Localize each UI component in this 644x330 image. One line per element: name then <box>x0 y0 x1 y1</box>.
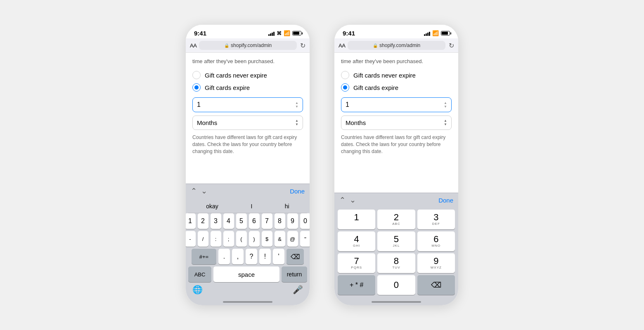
stepper-up-1[interactable]: ▲ <box>295 101 298 105</box>
radio-expire-label-2: Gift cards expire <box>353 84 398 91</box>
key-dash-1[interactable]: - <box>186 231 196 247</box>
number-input-1[interactable]: 1 ▲ ▼ <box>192 97 303 112</box>
stepper-up-2[interactable]: ▲ <box>444 101 447 105</box>
stepper-arrows-2[interactable]: ▲ ▼ <box>444 101 447 108</box>
suggestion-hi[interactable]: hi <box>282 202 293 210</box>
browser-aa-1: AA <box>190 42 197 49</box>
globe-icon-1[interactable]: 🌐 <box>192 285 203 295</box>
num-key-9[interactable]: 9 WXYZ <box>417 253 455 273</box>
key-7-1[interactable]: 7 <box>262 213 272 229</box>
key-9-1[interactable]: 9 <box>287 213 298 229</box>
numeric-row-2: 4 GHI 5 JKL 6 MNO <box>338 231 455 251</box>
radio-expire-circle-2[interactable] <box>341 83 349 92</box>
key-space-1[interactable]: space <box>213 266 279 282</box>
key-amp-1[interactable]: & <box>275 231 285 247</box>
radio-expire-circle-1[interactable] <box>192 83 201 92</box>
num-key-backspace[interactable]: ⌫ <box>417 275 455 295</box>
month-select-2[interactable]: Months ▲ ▼ <box>341 116 452 130</box>
toolbar-done-1[interactable]: Done <box>290 188 305 195</box>
radio-group-2: Gift cards never expire Gift cards expir… <box>341 71 452 92</box>
key-apostrophe-1[interactable]: ' <box>273 249 284 264</box>
key-dollar-1[interactable]: $ <box>262 231 272 247</box>
numeric-row-1: 1 2 ABC 3 DEF <box>338 210 455 229</box>
key-exclaim-1[interactable]: ! <box>259 249 271 264</box>
key-5-1[interactable]: 5 <box>236 213 247 229</box>
key-lparen-1[interactable]: ( <box>236 231 247 247</box>
key-6-1[interactable]: 6 <box>249 213 260 229</box>
browser-url-1: shopify.com/admin <box>231 42 272 48</box>
number-input-value-1: 1 <box>197 101 201 108</box>
stepper-down-1[interactable]: ▼ <box>295 105 298 108</box>
num-key-0[interactable]: 0 <box>377 275 415 295</box>
toolbar-done-2[interactable]: Done <box>438 197 453 204</box>
select-arrows-2: ▲ ▼ <box>444 119 447 126</box>
num-key-3[interactable]: 3 DEF <box>417 210 455 229</box>
suggestion-i[interactable]: I <box>247 202 256 210</box>
radio-never-circle-2[interactable] <box>341 71 349 79</box>
month-select-1[interactable]: Months ▲ ▼ <box>192 116 303 130</box>
months-label-1: Months <box>197 119 217 126</box>
num-key-4[interactable]: 4 GHI <box>338 231 375 251</box>
backspace-key-1[interactable]: ⌫ <box>286 249 304 264</box>
radio-expire-2[interactable]: Gift cards expire <box>341 83 452 92</box>
radio-never-circle-1[interactable] <box>192 71 201 79</box>
suggestion-okay[interactable]: okay <box>203 202 222 210</box>
key-2-1[interactable]: 2 <box>198 213 208 229</box>
key-slash-1[interactable]: / <box>198 231 208 247</box>
numeric-row-3: 7 PQRS 8 TUV 9 WXYZ <box>338 253 455 273</box>
mic-icon-1[interactable]: 🎤 <box>293 285 303 295</box>
key-3-1[interactable]: 3 <box>211 213 221 229</box>
months-label-2: Months <box>346 119 366 126</box>
keyboard-alpha-1: okay I hi 1 2 3 4 5 6 7 8 9 0 - / : ; ( … <box>186 198 310 299</box>
num-key-8[interactable]: 8 TUV <box>377 253 415 273</box>
number-input-2[interactable]: 1 ▲ ▼ <box>341 97 452 112</box>
signal-icon-1 <box>268 31 275 36</box>
key-0-1[interactable]: 0 <box>300 213 310 229</box>
toolbar-next-2[interactable]: ⌄ <box>350 196 356 205</box>
stepper-arrows-1[interactable]: ▲ ▼ <box>295 101 298 108</box>
stepper-down-2[interactable]: ▼ <box>444 105 447 108</box>
browser-url-area-2[interactable]: 🔒 shopify.com/admin <box>348 41 445 50</box>
radio-group-1: Gift cards never expire Gift cards expir… <box>192 71 303 92</box>
wifi-icon-1: ⌘ <box>277 31 282 36</box>
toolbar-next-1[interactable]: ⌄ <box>201 186 207 196</box>
key-row-bottom-1: ABC space return <box>188 266 307 282</box>
num-key-special[interactable]: + * # <box>338 275 375 295</box>
key-return-1[interactable]: return <box>282 266 307 282</box>
browser-url-2: shopify.com/admin <box>379 42 420 48</box>
key-abc-1[interactable]: ABC <box>188 266 211 282</box>
key-quote-1[interactable]: " <box>300 231 310 247</box>
radio-expire-1[interactable]: Gift cards expire <box>192 83 303 92</box>
num-key-7[interactable]: 7 PQRS <box>338 253 375 273</box>
key-8-1[interactable]: 8 <box>275 213 285 229</box>
num-key-5[interactable]: 5 JKL <box>377 231 415 251</box>
key-comma-1[interactable]: , <box>232 249 244 264</box>
toolbar-prev-2[interactable]: ⌃ <box>339 196 346 205</box>
key-numpad-toggle-1[interactable]: #+= <box>192 249 216 264</box>
radio-never-2[interactable]: Gift cards never expire <box>341 71 452 79</box>
key-colon-1[interactable]: : <box>211 231 221 247</box>
status-time-2: 9:41 <box>343 30 355 37</box>
key-period-1[interactable]: . <box>218 249 230 264</box>
select-down-1: ▼ <box>295 123 298 126</box>
toolbar-prev-1[interactable]: ⌃ <box>191 186 197 196</box>
key-semi-1[interactable]: ; <box>223 231 234 247</box>
num-key-2[interactable]: 2 ABC <box>377 210 415 229</box>
key-1-1[interactable]: 1 <box>186 213 196 229</box>
keyboard-toolbar-1: ⌃ ⌄ Done <box>186 184 310 198</box>
browser-bar-1: AA 🔒 shopify.com/admin ↻ <box>186 38 310 53</box>
toolbar-nav-1: ⌃ ⌄ <box>191 186 207 196</box>
intro-text-2: time after they've been purchased. <box>341 58 452 65</box>
radio-never-1[interactable]: Gift cards never expire <box>192 71 303 79</box>
num-key-1[interactable]: 1 <box>338 210 375 229</box>
numeric-row-4: + * # 0 ⌫ <box>338 275 455 295</box>
browser-url-area-1[interactable]: 🔒 shopify.com/admin <box>199 41 297 50</box>
key-question-1[interactable]: ? <box>246 249 257 264</box>
refresh-icon-2[interactable]: ↻ <box>449 42 454 50</box>
intro-text-1: time after they've been purchased. <box>192 58 303 65</box>
refresh-icon-1[interactable]: ↻ <box>300 42 305 50</box>
key-at-1[interactable]: @ <box>287 231 298 247</box>
num-key-6[interactable]: 6 MNO <box>417 231 455 251</box>
key-4-1[interactable]: 4 <box>223 213 234 229</box>
key-rparen-1[interactable]: ) <box>249 231 260 247</box>
